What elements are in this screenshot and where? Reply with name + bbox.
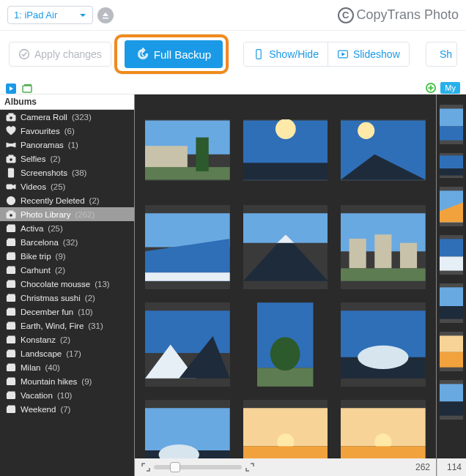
grid-count: 262: [415, 462, 430, 472]
svg-rect-94: [440, 256, 463, 270]
photo-thumb[interactable]: [341, 302, 426, 387]
sidebar-item-count: (13): [95, 280, 109, 289]
photo-thumb[interactable]: [145, 205, 230, 289]
photo-thumb[interactable]: [243, 205, 328, 289]
right-thumb[interactable]: [440, 105, 463, 144]
sidebar-item-label: December fun: [21, 308, 73, 316]
photo-thumb[interactable]: [341, 400, 426, 458]
add-icon[interactable]: [426, 83, 436, 93]
svg-rect-15: [7, 185, 12, 189]
sidebar-item-earth-wind-fire[interactable]: Earth, Wind, Fire (31): [0, 319, 134, 332]
sidebar-item-december-fun[interactable]: December fun (10): [0, 305, 134, 319]
right-thumb[interactable]: [440, 153, 463, 178]
sidebar-item-milan[interactable]: Milan (40): [0, 360, 134, 374]
thumbnail-zoom-slider[interactable]: [154, 465, 242, 469]
device-dropdown[interactable]: 1: iPad Air: [7, 6, 93, 24]
expand-icon[interactable]: [245, 462, 255, 472]
sidebar-item-videos[interactable]: Videos (25): [0, 179, 134, 193]
svg-point-12: [10, 157, 13, 161]
sidebar-item-mountain-hikes[interactable]: Mountain hikes (9): [0, 374, 134, 388]
svg-rect-5: [23, 86, 32, 92]
my-tab[interactable]: My: [440, 82, 460, 94]
sidebar-item-selfies[interactable]: Selfies (2): [0, 152, 134, 166]
right-thumb[interactable]: [440, 283, 463, 323]
right-thumb[interactable]: [440, 332, 463, 371]
svg-rect-27: [8, 267, 15, 268]
photo-thumb[interactable]: [257, 302, 313, 387]
slideshow-button[interactable]: Slideshow: [328, 42, 409, 66]
sidebar-item-label: Barcelona: [21, 238, 59, 247]
sidebar-item-recently-deleted[interactable]: Recently Deleted (2): [0, 193, 134, 207]
sidebar-item-label: Earth, Wind, Fire: [21, 321, 84, 330]
svg-rect-24: [7, 253, 15, 259]
svg-rect-26: [7, 267, 15, 273]
sidebar-item-carhunt[interactable]: Carhunt (2): [0, 263, 134, 277]
svg-rect-34: [7, 323, 15, 329]
show-hide-right-button[interactable]: Sh: [426, 42, 457, 67]
svg-rect-89: [440, 155, 463, 168]
sidebar-item-vacation[interactable]: Vacation (10): [0, 388, 134, 402]
svg-rect-83: [243, 446, 328, 458]
apply-changes-button[interactable]: Apply changes: [9, 42, 111, 67]
right-thumb[interactable]: [440, 235, 463, 275]
sidebar-item-screenshots[interactable]: Screenshots (38): [0, 166, 134, 179]
chevron-down-icon: [79, 12, 86, 19]
sidebar-item-barcelona[interactable]: Barcelona (32): [0, 235, 134, 249]
right-thumb[interactable]: [440, 380, 463, 420]
toolbar-right: Sh: [426, 42, 457, 67]
sidebar-item-chocolate-mousse[interactable]: Chocolate mousse (13): [0, 277, 134, 291]
album-tab-icon[interactable]: [22, 83, 32, 94]
photo-thumb[interactable]: [145, 119, 230, 181]
sidebar-item-count: (38): [72, 168, 86, 177]
photo-thumb[interactable]: [341, 205, 426, 289]
sidebar-item-christmas-sushi[interactable]: Christmas sushi (2): [0, 291, 134, 305]
sidebar-item-label: Vacation: [21, 391, 53, 400]
topbar: 1: iPad Air C CopyTrans Photo: [0, 0, 466, 31]
svg-point-77: [358, 346, 408, 369]
svg-rect-35: [8, 322, 15, 324]
svg-rect-66: [375, 234, 392, 268]
sidebar-item-camera-roll[interactable]: Camera Roll (323): [0, 110, 134, 124]
svg-rect-97: [440, 335, 463, 352]
photo-grid[interactable]: [135, 94, 436, 458]
right-thumb[interactable]: [440, 187, 463, 226]
sidebar-item-panoramas[interactable]: Panoramas (1): [0, 138, 134, 152]
sidebar-item-label: Milan: [21, 363, 40, 372]
show-hide-button[interactable]: Show/Hide: [244, 42, 328, 66]
svg-rect-93: [440, 239, 463, 256]
svg-rect-38: [7, 351, 15, 357]
sidebar-item-bike-trip[interactable]: Bike trip (9): [0, 249, 134, 263]
sidebar-item-count: (9): [56, 252, 66, 261]
sidebar-item-weekend[interactable]: Weekend (7): [0, 402, 134, 416]
full-backup-button[interactable]: Full Backup: [125, 40, 223, 68]
toolbar: Apply changes Full Backup Show/Hide Slid…: [0, 31, 466, 78]
sidebar-item-count: (7): [60, 405, 70, 414]
sidebar-item-photo-library[interactable]: Photo Library (262): [0, 207, 134, 221]
play-tab-icon[interactable]: [6, 83, 16, 94]
eject-button[interactable]: [97, 7, 114, 23]
photo-thumb[interactable]: [145, 400, 230, 458]
right-panel: 114: [437, 94, 466, 476]
sidebar-item-label: Carhunt: [21, 266, 51, 275]
photo-thumb[interactable]: [145, 302, 230, 387]
sidebar-item-activa[interactable]: Activa (25): [0, 221, 134, 235]
svg-rect-1: [256, 50, 261, 59]
sidebar-item-favourites[interactable]: Favourites (6): [0, 124, 134, 138]
svg-rect-30: [7, 295, 15, 301]
sidebar-item-landscape[interactable]: Landscape (17): [0, 346, 134, 360]
svg-point-74: [270, 337, 300, 371]
sidebar-item-count: (10): [78, 308, 92, 316]
svg-rect-44: [7, 393, 15, 398]
collapse-icon[interactable]: [141, 462, 151, 472]
photo-thumb[interactable]: [243, 400, 328, 458]
svg-rect-13: [9, 155, 13, 157]
sidebar-item-label: Favourites: [21, 127, 60, 135]
sidebar-item-konstanz[interactable]: Konstanz (2): [0, 332, 134, 346]
photo-thumb[interactable]: [243, 119, 328, 181]
sidebar-item-label: Mountain hikes: [21, 377, 77, 386]
svg-rect-22: [7, 239, 15, 245]
photo-thumb[interactable]: [341, 119, 426, 181]
svg-rect-78: [145, 408, 230, 450]
svg-rect-14: [9, 168, 14, 177]
svg-rect-51: [196, 137, 208, 171]
